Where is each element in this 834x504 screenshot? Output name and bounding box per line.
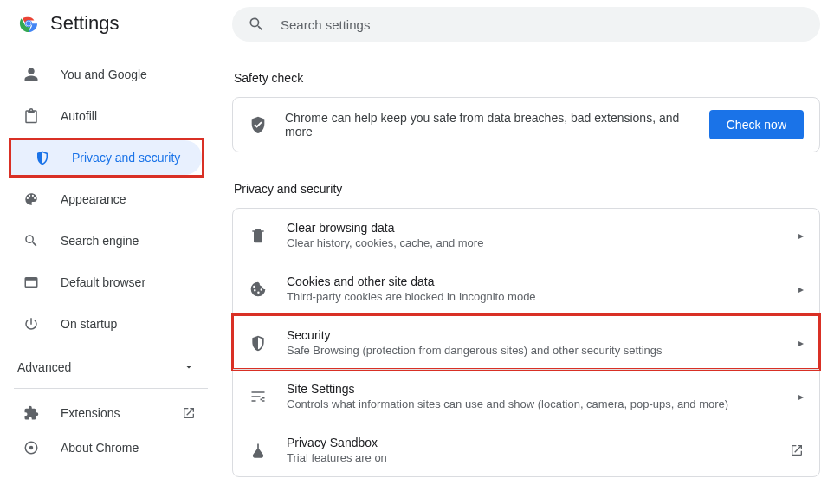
privacy-card: Clear browsing data Clear history, cooki… — [232, 208, 820, 477]
shield-icon — [249, 334, 268, 352]
svg-point-5 — [29, 446, 34, 450]
sidebar-item-label: Autofill — [61, 109, 97, 123]
check-now-button[interactable]: Check now — [709, 110, 804, 139]
extension-icon — [23, 405, 40, 421]
power-icon — [23, 316, 40, 332]
safety-message: Chrome can help keep you safe from data … — [285, 111, 692, 139]
search-icon — [23, 233, 40, 249]
row-clear-browsing-data[interactable]: Clear browsing data Clear history, cooki… — [233, 209, 819, 262]
divider — [14, 388, 208, 389]
sidebar-item-label: Extensions — [61, 406, 120, 420]
clipboard-icon — [23, 108, 40, 124]
chrome-outline-icon — [23, 440, 40, 456]
flask-icon — [249, 442, 268, 459]
sidebar-item-search-engine[interactable]: Search engine — [0, 223, 204, 258]
safety-check-card: Chrome can help keep you safe from data … — [232, 97, 820, 152]
sidebar-item-label: Appearance — [61, 192, 126, 206]
row-privacy-sandbox[interactable]: Privacy Sandbox Trial features are on — [233, 423, 819, 476]
row-sub: Third-party cookies are blocked in Incog… — [287, 290, 779, 303]
row-site-settings[interactable]: Site Settings Controls what information … — [233, 369, 819, 423]
search-bar[interactable] — [232, 7, 820, 42]
chevron-down-icon — [184, 362, 194, 372]
sidebar-item-default-browser[interactable]: Default browser — [0, 265, 204, 300]
sidebar-item-label: Search engine — [61, 234, 139, 248]
sidebar-item-label: You and Google — [61, 68, 147, 81]
sidebar-item-extensions[interactable]: Extensions — [0, 396, 222, 430]
chrome-logo-icon — [19, 14, 38, 33]
chevron-right-icon: ▸ — [798, 229, 804, 242]
settings-header: Settings — [0, 12, 222, 50]
row-sub: Safe Browsing (protection from dangerous… — [287, 344, 779, 357]
row-title: Site Settings — [287, 382, 779, 396]
section-title-privacy: Privacy and security — [234, 182, 820, 196]
sidebar-item-on-startup[interactable]: On startup — [0, 307, 204, 341]
row-cookies[interactable]: Cookies and other site data Third-party … — [233, 262, 819, 315]
chevron-right-icon: ▸ — [798, 337, 804, 349]
search-icon — [248, 16, 265, 33]
svg-point-3 — [26, 21, 31, 26]
chevron-right-icon: ▸ — [798, 391, 804, 403]
sidebar-item-autofill[interactable]: Autofill — [0, 99, 204, 133]
sidebar-item-label: On startup — [61, 317, 117, 331]
section-title-safety: Safety check — [234, 71, 820, 85]
sidebar-item-about-chrome[interactable]: About Chrome — [0, 430, 222, 465]
cookie-icon — [249, 281, 268, 298]
row-title: Cookies and other site data — [287, 275, 779, 288]
row-security[interactable]: Security Safe Browsing (protection from … — [233, 315, 819, 369]
advanced-label: Advanced — [17, 360, 71, 374]
advanced-toggle[interactable]: Advanced — [0, 348, 222, 386]
row-title: Privacy Sandbox — [287, 436, 771, 449]
row-title: Clear browsing data — [287, 221, 779, 235]
chevron-right-icon: ▸ — [798, 283, 804, 295]
open-external-icon — [182, 406, 196, 420]
row-sub: Controls what information sites can use … — [287, 397, 779, 410]
person-icon — [23, 67, 40, 82]
trash-icon — [249, 227, 268, 244]
shield-check-icon — [249, 115, 268, 134]
shield-icon — [34, 150, 51, 165]
row-sub: Trial features are on — [287, 451, 771, 464]
search-input[interactable] — [281, 17, 805, 32]
sidebar-item-label: Default browser — [61, 275, 145, 289]
open-external-icon — [790, 443, 804, 457]
row-title: Security — [287, 328, 779, 342]
sliders-icon — [249, 388, 268, 405]
sidebar-item-privacy-security[interactable]: Privacy and security — [11, 140, 202, 175]
page-title: Settings — [50, 12, 120, 35]
browser-icon — [23, 275, 40, 290]
row-sub: Clear history, cookies, cache, and more — [287, 236, 779, 249]
sidebar-item-label: Privacy and security — [72, 151, 180, 165]
sidebar-item-appearance[interactable]: Appearance — [0, 182, 204, 216]
sidebar-item-you-and-google[interactable]: You and Google — [0, 57, 204, 92]
palette-icon — [23, 191, 40, 207]
sidebar-item-label: About Chrome — [61, 441, 139, 455]
